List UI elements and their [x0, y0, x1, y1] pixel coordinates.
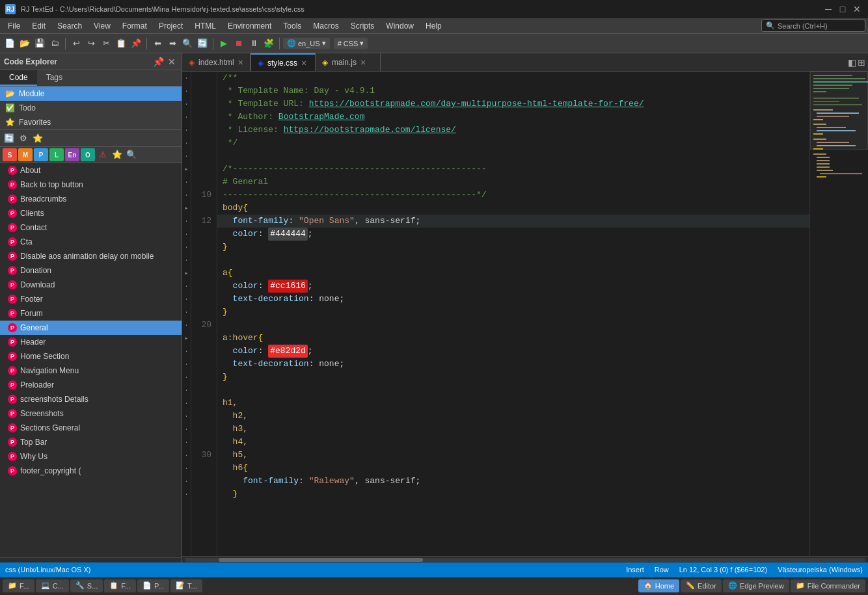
bottom-tab-file-commander[interactable]: 📁 File Commander: [791, 579, 865, 592]
tab-close-index-html[interactable]: ×: [238, 58, 243, 67]
taskbar-item-f2[interactable]: 📋 F...: [104, 579, 136, 592]
add-favorite-button[interactable]: ⭐: [31, 133, 44, 144]
letter-o[interactable]: O: [81, 148, 95, 161]
tree-item-footer-copyright[interactable]: P footer_copyright (: [0, 464, 182, 478]
undo-button[interactable]: ↩: [69, 36, 83, 51]
tab-close-style-css[interactable]: ×: [301, 59, 306, 68]
module-favorites[interactable]: ⭐ Favorites: [0, 115, 182, 129]
paste-button[interactable]: 📌: [129, 36, 143, 51]
letter-l[interactable]: L: [49, 148, 64, 161]
save-all-button[interactable]: 🗂: [47, 36, 62, 51]
tree-item-home-section[interactable]: P Home Section: [0, 349, 182, 364]
menu-format[interactable]: Format: [117, 20, 152, 32]
settings-button[interactable]: ⚙: [17, 133, 30, 144]
module-module[interactable]: 📂 Module: [0, 86, 182, 101]
close-button[interactable]: ✕: [851, 3, 863, 15]
panel-pin-button[interactable]: 📌: [152, 56, 164, 68]
cut-button[interactable]: ✂: [99, 36, 113, 51]
letter-s[interactable]: S: [3, 148, 17, 161]
menu-project[interactable]: Project: [154, 20, 188, 32]
code-content[interactable]: /** * Template Name: Day - v4.9.1 * Temp…: [217, 72, 809, 556]
tab-index-html[interactable]: ◈ index.html ×: [182, 53, 251, 72]
tree-item-why-us[interactable]: P Why Us: [0, 449, 182, 464]
menu-file[interactable]: File: [3, 20, 25, 32]
copy-button[interactable]: 📋: [114, 36, 128, 51]
refresh-button[interactable]: 🔄: [3, 133, 16, 144]
minimize-button[interactable]: ─: [822, 3, 834, 15]
menu-edit[interactable]: Edit: [27, 20, 51, 32]
back-button[interactable]: ⬅: [150, 36, 165, 51]
tree-item-header[interactable]: P Header: [0, 335, 182, 349]
tab-list-button[interactable]: ◧: [848, 57, 856, 68]
letter-p[interactable]: P: [34, 148, 48, 161]
taskbar-item-t[interactable]: 📝 T...: [170, 579, 202, 592]
taskbar-item-c[interactable]: 💻 C...: [36, 579, 69, 592]
tab-style-css[interactable]: ◈ style.css ×: [251, 53, 316, 72]
find-button[interactable]: 🔍: [180, 36, 195, 51]
tree-item-about[interactable]: P About: [0, 163, 182, 178]
search-filter[interactable]: 🔍: [125, 148, 138, 160]
left-scrollbar[interactable]: [0, 557, 182, 562]
run-button[interactable]: ▶: [217, 36, 231, 51]
tree-item-breadcrumbs[interactable]: P Breadcrumbs: [0, 192, 182, 206]
tree-item-nav-menu[interactable]: P Navigation Menu: [0, 364, 182, 378]
letter-en[interactable]: En: [65, 148, 79, 161]
minimap-viewport[interactable]: [810, 72, 868, 150]
menu-tools[interactable]: Tools: [278, 20, 306, 32]
replace-button[interactable]: 🔄: [195, 36, 210, 51]
new-button[interactable]: 📄: [3, 36, 17, 51]
statusbar-row[interactable]: Row: [655, 566, 669, 574]
statusbar-position[interactable]: Ln 12, Col 3 (0) f ($66=102): [679, 566, 767, 574]
tree-item-disable-aos[interactable]: P Disable aos animation delay on mobile: [0, 249, 182, 263]
minimap[interactable]: [809, 72, 868, 556]
plugin-button[interactable]: 🧩: [262, 36, 276, 51]
tree-item-download[interactable]: P Download: [0, 278, 182, 292]
search-box[interactable]: 🔍 Search (Ctrl+H): [761, 20, 865, 32]
pause-button[interactable]: ⏸: [247, 36, 261, 51]
tab-code[interactable]: Code: [0, 70, 37, 86]
star-filter[interactable]: ⭐: [111, 148, 124, 160]
tab-tags[interactable]: Tags: [37, 70, 72, 86]
save-button[interactable]: 💾: [33, 36, 47, 51]
tree-item-screenshots[interactable]: P Screenshots: [0, 406, 182, 421]
menu-macros[interactable]: Macros: [308, 20, 344, 32]
stop-button[interactable]: ⏹: [232, 36, 246, 51]
tree-item-sections-general[interactable]: P Sections General: [0, 421, 182, 435]
type-selector[interactable]: # CSS ▾: [334, 38, 368, 49]
panel-close-button[interactable]: ✕: [166, 56, 178, 68]
letter-m[interactable]: M: [18, 148, 33, 161]
bottom-tab-edge-preview[interactable]: 🌐 Edge Preview: [723, 579, 789, 592]
tree-item-preloader[interactable]: P Preloader: [0, 378, 182, 392]
menu-environment[interactable]: Environment: [223, 20, 277, 32]
taskbar-item-f1[interactable]: 📁 F...: [3, 579, 34, 592]
tab-split-button[interactable]: ⊞: [858, 57, 865, 68]
tree-item-footer[interactable]: P Footer: [0, 292, 182, 306]
forward-button[interactable]: ➡: [165, 36, 180, 51]
redo-button[interactable]: ↪: [84, 36, 98, 51]
tab-main-js[interactable]: ◈ main.js ×: [316, 53, 381, 72]
taskbar-item-p[interactable]: 📄 P...: [137, 579, 169, 592]
menu-html[interactable]: HTML: [189, 20, 221, 32]
tree-item-contact[interactable]: P Contact: [0, 220, 182, 235]
menu-window[interactable]: Window: [381, 20, 419, 32]
menu-help[interactable]: Help: [420, 20, 447, 32]
horizontal-scrollbar[interactable]: [182, 556, 868, 562]
statusbar-insert[interactable]: Insert: [626, 566, 644, 574]
tree-item-cta[interactable]: P Cta: [0, 235, 182, 249]
statusbar-locale[interactable]: Västeuropeiska (Windows): [778, 566, 863, 574]
bottom-tab-home[interactable]: 🏠 Home: [638, 579, 679, 592]
tree-item-clients[interactable]: P Clients: [0, 206, 182, 220]
tree-item-top-bar[interactable]: P Top Bar: [0, 435, 182, 449]
taskbar-item-s[interactable]: 🔧 S...: [70, 579, 103, 592]
tree-item-screenshots-details[interactable]: P screenshots Details: [0, 392, 182, 406]
menu-scripts[interactable]: Scripts: [346, 20, 380, 32]
menu-search[interactable]: Search: [52, 20, 87, 32]
statusbar-mode[interactable]: css (Unix/Linux/Mac OS X): [5, 566, 90, 574]
tree-item-back-to-top[interactable]: P Back to top button: [0, 178, 182, 192]
maximize-button[interactable]: □: [837, 3, 848, 15]
tree-item-donation[interactable]: P Donation: [0, 263, 182, 278]
tree-item-forum[interactable]: P Forum: [0, 306, 182, 321]
tree-item-general[interactable]: P General: [0, 321, 182, 335]
scrollbar-thumb[interactable]: [219, 558, 423, 562]
open-button[interactable]: 📂: [18, 36, 32, 51]
